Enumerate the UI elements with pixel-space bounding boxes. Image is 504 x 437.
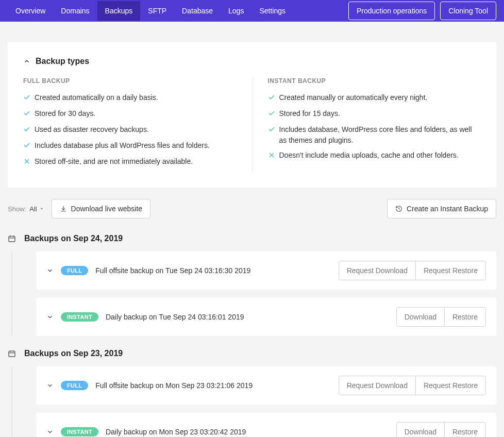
instant-backup-heading: INSTANT BACKUP: [268, 77, 481, 85]
backup-types-columns: FULL BACKUP Created automatically on a d…: [23, 77, 481, 172]
calendar-icon: [8, 349, 16, 358]
backup-date-header: Backups on Sep 24, 2019: [8, 234, 496, 243]
backup-type-item: Created manually or automatically every …: [268, 92, 481, 104]
download-icon: [60, 205, 67, 212]
check-icon: [268, 109, 275, 120]
svg-rect-5: [9, 236, 15, 242]
nav-tabs: OverviewDomainsBackupsSFTPDatabaseLogsSe…: [8, 1, 293, 21]
nav-tab-sftp[interactable]: SFTP: [140, 1, 174, 21]
check-icon: [23, 93, 30, 104]
backup-date-header: Backups on Sep 23, 2019: [8, 349, 496, 358]
backup-type-item: Stored for 15 days.: [268, 108, 481, 120]
download-button[interactable]: Request Download: [339, 376, 416, 395]
expand-row-toggle[interactable]: [46, 382, 54, 389]
backup-type-item: Stored for 30 days.: [23, 108, 237, 120]
show-filter-dropdown[interactable]: All: [29, 205, 44, 213]
svg-rect-9: [9, 351, 15, 357]
svg-marker-4: [40, 208, 43, 210]
calendar-icon: [8, 234, 16, 243]
backup-actions: DownloadRestore: [396, 422, 486, 437]
nav-tab-overview[interactable]: Overview: [8, 1, 53, 21]
expand-row-toggle[interactable]: [46, 313, 54, 321]
check-icon: [23, 125, 30, 136]
backup-date-title: Backups on Sep 23, 2019: [24, 349, 123, 358]
nav-tab-domains[interactable]: Domains: [53, 1, 97, 21]
backup-type-item-text: Includes database plus all WordPress fil…: [35, 140, 210, 151]
download-live-website-label: Download live website: [71, 205, 143, 213]
nav-tab-backups[interactable]: Backups: [97, 1, 141, 21]
nav-tab-database[interactable]: Database: [174, 1, 221, 21]
backup-type-item-text: Stored off-site, and are not immediately…: [35, 156, 193, 167]
create-instant-backup-button[interactable]: Create an Instant Backup: [387, 199, 496, 218]
backup-actions: Request DownloadRequest Restore: [339, 261, 486, 280]
instant-backup-list: Created manually or automatically every …: [268, 92, 481, 162]
show-label: Show:: [8, 205, 26, 213]
restore-button[interactable]: Request Restore: [415, 376, 486, 395]
backup-date-title: Backups on Sep 24, 2019: [24, 234, 123, 243]
backup-row: FULLFull offsite backup on Mon Sep 23 03…: [36, 366, 496, 405]
backup-description: Daily backup on Tue Sep 24 03:16:01 2019: [106, 313, 244, 321]
backups-toolbar: Show: All Download live website Create a…: [8, 199, 496, 218]
backup-type-item-text: Stored for 15 days.: [279, 108, 340, 119]
expand-row-toggle[interactable]: [46, 267, 54, 274]
backup-type-badge: FULL: [61, 266, 88, 275]
check-icon: [268, 125, 275, 136]
backup-type-item-text: Doesn't include media uploads, cache and…: [279, 150, 459, 161]
backup-type-item-text: Stored for 30 days.: [35, 108, 95, 119]
backup-type-item: Includes database plus all WordPress fil…: [23, 140, 237, 152]
backup-actions: Request DownloadRequest Restore: [339, 376, 486, 395]
history-icon: [395, 205, 402, 212]
create-instant-backup-label: Create an Instant Backup: [407, 205, 488, 213]
restore-button[interactable]: Restore: [444, 307, 486, 327]
backup-description: Full offsite backup on Mon Sep 23 03:21:…: [95, 381, 253, 390]
check-icon: [23, 141, 30, 152]
backup-types-header[interactable]: Backup types: [23, 57, 481, 66]
backup-types-card: Backup types FULL BACKUP Created automat…: [8, 42, 496, 188]
backup-type-badge: INSTANT: [61, 427, 98, 436]
backup-date-items: FULLFull offsite backup on Tue Sep 24 03…: [11, 251, 496, 336]
backup-type-item-text: Includes database, WordPress core files …: [279, 124, 481, 146]
nav-tab-settings[interactable]: Settings: [251, 1, 293, 21]
top-navbar: OverviewDomainsBackupsSFTPDatabaseLogsSe…: [0, 0, 504, 22]
caret-down-icon: [39, 206, 44, 211]
backup-type-item-text: Created manually or automatically every …: [279, 92, 428, 103]
backup-type-item: Includes database, WordPress core files …: [268, 124, 481, 146]
backup-type-item-text: Used as disaster recovery backups.: [35, 124, 149, 135]
full-backup-column: FULL BACKUP Created automatically on a d…: [23, 77, 253, 172]
download-live-website-button[interactable]: Download live website: [52, 199, 151, 218]
backup-description: Full offsite backup on Tue Sep 24 03:16:…: [95, 266, 250, 275]
full-backup-list: Created automatically on a daily basis.S…: [23, 92, 237, 168]
restore-button[interactable]: Restore: [444, 422, 486, 437]
production-operations-button[interactable]: Production operations: [348, 2, 435, 20]
backup-description: Daily backup on Mon Sep 23 03:20:42 2019: [106, 428, 246, 436]
backup-actions: DownloadRestore: [396, 307, 486, 327]
content-area: Backup types FULL BACKUP Created automat…: [0, 22, 504, 437]
backup-type-item: Created automatically on a daily basis.: [23, 92, 237, 104]
check-icon: [268, 93, 275, 104]
chevron-up-icon: [23, 58, 30, 65]
backup-type-badge: INSTANT: [61, 312, 98, 322]
backup-row: INSTANTDaily backup on Mon Sep 23 03:20:…: [36, 413, 496, 437]
backup-type-item: Stored off-site, and are not immediately…: [23, 156, 237, 168]
backup-row: INSTANTDaily backup on Tue Sep 24 03:16:…: [36, 298, 496, 336]
check-icon: [23, 109, 30, 120]
expand-row-toggle[interactable]: [46, 428, 54, 435]
full-backup-heading: FULL BACKUP: [23, 77, 237, 85]
download-button[interactable]: Download: [396, 307, 445, 327]
backup-date-items: FULLFull offsite backup on Mon Sep 23 03…: [11, 366, 496, 437]
nav-tab-logs[interactable]: Logs: [221, 1, 251, 21]
backup-type-item-text: Created automatically on a daily basis.: [35, 92, 158, 103]
backup-type-item: Doesn't include media uploads, cache and…: [268, 150, 481, 162]
instant-backup-column: INSTANT BACKUP Created manually or autom…: [253, 77, 481, 172]
backup-type-badge: FULL: [61, 381, 88, 390]
backup-date-group: Backups on Sep 23, 2019FULLFull offsite …: [8, 349, 496, 437]
x-icon: [23, 157, 30, 168]
x-icon: [268, 151, 275, 162]
backup-groups-container: Backups on Sep 24, 2019FULLFull offsite …: [8, 234, 496, 437]
download-button[interactable]: Download: [396, 422, 445, 437]
download-button[interactable]: Request Download: [339, 261, 416, 280]
restore-button[interactable]: Request Restore: [415, 261, 486, 280]
cloning-tool-button[interactable]: Cloning Tool: [440, 2, 496, 20]
show-filter-value: All: [29, 205, 37, 213]
backup-row: FULLFull offsite backup on Tue Sep 24 03…: [36, 251, 496, 290]
